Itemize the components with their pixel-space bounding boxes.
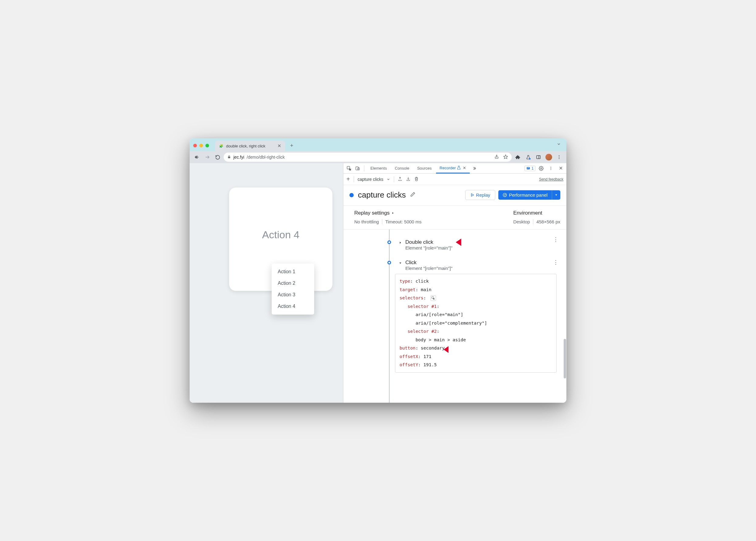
svg-rect-7 bbox=[537, 156, 540, 159]
replay-settings-label: Replay settings bbox=[354, 210, 390, 216]
devtools-close-icon[interactable]: ✕ bbox=[557, 165, 565, 172]
export-icon[interactable] bbox=[398, 177, 402, 182]
issues-badge[interactable]: 1 bbox=[525, 166, 536, 171]
context-menu-item[interactable]: Action 2 bbox=[272, 277, 314, 289]
svg-marker-27 bbox=[399, 263, 401, 264]
recording-indicator-icon bbox=[349, 193, 354, 197]
settings-row: Replay settings No throttling Timeout: 5… bbox=[343, 206, 567, 230]
add-recording-icon[interactable]: + bbox=[346, 176, 350, 183]
tab-strip: 🧩 double click, right click ✕ + bbox=[189, 138, 567, 151]
inspect-element-icon[interactable] bbox=[345, 165, 353, 172]
caret-right-icon bbox=[391, 212, 394, 215]
edit-title-icon[interactable] bbox=[410, 192, 415, 198]
annotation-arrow-icon bbox=[455, 236, 472, 250]
timeout-value: Timeout: 5000 ms bbox=[385, 219, 422, 224]
profile-avatar[interactable] bbox=[545, 153, 553, 161]
step-dot-icon bbox=[387, 261, 391, 265]
tab-favicon-icon: 🧩 bbox=[219, 144, 224, 148]
devtools-tabbar: Elements Console Sources Recorder ✕ 1 bbox=[343, 163, 567, 174]
content-area: Action 4 Action 1 Action 2 Action 3 Acti… bbox=[189, 163, 567, 403]
tab-console[interactable]: Console bbox=[391, 163, 413, 174]
context-menu-item[interactable]: Action 3 bbox=[272, 289, 314, 300]
kebab-menu-icon[interactable] bbox=[547, 165, 555, 172]
browser-tab[interactable]: 🧩 double click, right click ✕ bbox=[215, 141, 285, 151]
tab-elements[interactable]: Elements bbox=[367, 163, 390, 174]
scrollbar-thumb[interactable] bbox=[564, 339, 566, 378]
replay-settings-toggle[interactable]: Replay settings bbox=[354, 210, 421, 216]
svg-marker-25 bbox=[393, 212, 394, 214]
star-icon[interactable] bbox=[503, 154, 508, 160]
selector-picker-icon[interactable] bbox=[431, 295, 436, 301]
share-icon[interactable] bbox=[494, 154, 499, 160]
issues-count: 1 bbox=[532, 166, 534, 171]
step-subtitle: Element "[role="main"]" bbox=[405, 266, 453, 271]
gauge-icon bbox=[503, 193, 507, 197]
panel-icon[interactable] bbox=[534, 153, 543, 161]
viewport-value: 458×566 px bbox=[536, 219, 560, 224]
step-title: Click bbox=[405, 260, 453, 266]
tab-close-icon[interactable]: ✕ bbox=[463, 166, 466, 170]
caret-right-icon[interactable] bbox=[399, 240, 402, 246]
chevron-down-icon[interactable] bbox=[557, 142, 561, 147]
context-menu: Action 1 Action 2 Action 3 Action 4 bbox=[272, 264, 314, 314]
tab-sources[interactable]: Sources bbox=[414, 163, 435, 174]
recording-selector[interactable]: capture clicks bbox=[358, 177, 390, 182]
svg-point-10 bbox=[559, 157, 560, 158]
replay-button-label: Replay bbox=[476, 193, 491, 198]
chrome-menu-icon[interactable] bbox=[555, 153, 564, 161]
replay-button[interactable]: Replay bbox=[465, 190, 496, 200]
browser-toolbar: jec.fyi/demo/dbl-right-click bbox=[189, 151, 567, 163]
traffic-lights bbox=[193, 144, 209, 147]
step-item[interactable]: Click Element "[role="main"]" ⋮ type: cl… bbox=[385, 257, 564, 377]
annotation-arrow-icon bbox=[443, 344, 458, 356]
throttling-value: No throttling bbox=[354, 219, 379, 224]
recorder-toolbar: + capture clicks Send feedback bbox=[343, 174, 567, 185]
performance-panel-button[interactable]: Performance panel bbox=[498, 190, 560, 200]
scrollbar[interactable] bbox=[564, 321, 566, 400]
recording-selector-label: capture clicks bbox=[358, 177, 383, 182]
step-detail: type: click target: main selectors: sele… bbox=[395, 274, 557, 373]
step-menu-icon[interactable]: ⋮ bbox=[553, 236, 559, 243]
card-title: Action 4 bbox=[262, 229, 300, 241]
svg-point-23 bbox=[505, 195, 505, 196]
flask-icon[interactable] bbox=[524, 153, 532, 161]
maximize-window-button[interactable] bbox=[205, 144, 209, 147]
gear-icon[interactable] bbox=[537, 165, 545, 172]
device-toggle-icon[interactable] bbox=[354, 165, 362, 172]
browser-window: 🧩 double click, right click ✕ + jec.fyi/… bbox=[189, 138, 567, 403]
tab-title: double click, right click bbox=[226, 144, 265, 148]
new-tab-button[interactable]: + bbox=[287, 141, 296, 150]
lock-icon bbox=[227, 155, 231, 160]
more-tabs-icon[interactable] bbox=[470, 165, 478, 172]
extensions-icon[interactable] bbox=[514, 153, 522, 161]
import-icon[interactable] bbox=[406, 177, 411, 182]
omnibox-actions bbox=[494, 154, 508, 160]
step-subtitle: Element "[role="main"]" bbox=[405, 245, 453, 251]
tab-recorder[interactable]: Recorder ✕ bbox=[436, 163, 470, 174]
chevron-down-icon bbox=[387, 178, 390, 181]
svg-marker-24 bbox=[555, 195, 557, 196]
step-menu-icon[interactable]: ⋮ bbox=[553, 259, 559, 266]
svg-point-20 bbox=[551, 169, 551, 170]
minimize-window-button[interactable] bbox=[199, 144, 203, 147]
steps-list: Double click Element "[role="main"]" ⋮ bbox=[343, 230, 567, 403]
performance-panel-caret[interactable] bbox=[552, 190, 560, 200]
send-feedback-link[interactable]: Send feedback bbox=[539, 177, 564, 182]
url-domain: jec.fyi bbox=[233, 155, 244, 160]
context-menu-item[interactable]: Action 4 bbox=[272, 300, 314, 312]
reload-button[interactable] bbox=[213, 153, 222, 161]
performance-panel-label: Performance panel bbox=[509, 193, 548, 198]
step-item[interactable]: Double click Element "[role="main"]" ⋮ bbox=[385, 234, 564, 255]
forward-button[interactable] bbox=[203, 153, 211, 161]
delete-icon[interactable] bbox=[414, 177, 419, 182]
close-window-button[interactable] bbox=[193, 144, 197, 147]
svg-marker-21 bbox=[471, 194, 474, 196]
address-bar[interactable]: jec.fyi/demo/dbl-right-click bbox=[224, 153, 512, 162]
context-menu-item[interactable]: Action 1 bbox=[272, 266, 314, 277]
tab-close-icon[interactable]: ✕ bbox=[277, 143, 281, 149]
page-preview: Action 4 Action 1 Action 2 Action 3 Acti… bbox=[189, 163, 343, 403]
svg-point-19 bbox=[551, 168, 551, 168]
devtools-panel: Elements Console Sources Recorder ✕ 1 bbox=[343, 163, 567, 403]
caret-down-icon[interactable] bbox=[399, 261, 402, 266]
back-button[interactable] bbox=[192, 153, 201, 161]
